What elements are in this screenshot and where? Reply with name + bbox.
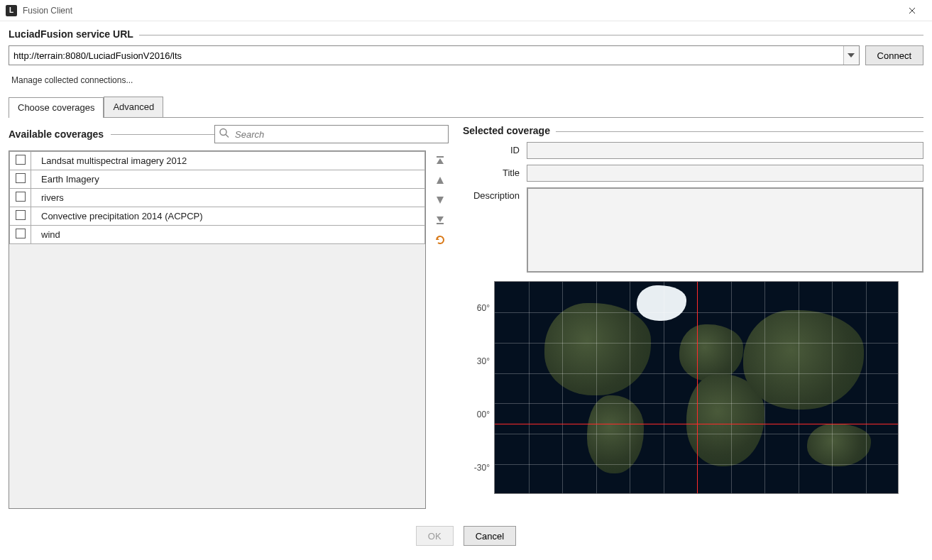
coverage-name[interactable]: Landsat multispectral imagery 2012: [31, 152, 425, 170]
service-url-group: LuciadFusion service URL Connect Manage …: [9, 28, 923, 92]
available-coverages-list[interactable]: Landsat multispectral imagery 2012Earth …: [9, 150, 426, 509]
coverage-name[interactable]: Convective precipitation 2014 (ACPCP): [31, 207, 425, 226]
reorder-controls: [432, 150, 449, 509]
tab-row: Choose coverages Advanced: [9, 97, 923, 118]
map-preview[interactable]: [494, 281, 899, 494]
coverage-row[interactable]: rivers: [10, 189, 425, 207]
coverage-row[interactable]: Convective precipitation 2014 (ACPCP): [10, 207, 425, 226]
window-title: Fusion Client: [23, 6, 898, 16]
coverage-checkbox-cell[interactable]: [10, 226, 31, 244]
service-url-input[interactable]: [9, 45, 860, 65]
selected-coverage-legend: Selected coverage: [463, 125, 556, 136]
coverage-checkbox[interactable]: [16, 155, 26, 165]
lat-label: 30°: [477, 356, 490, 366]
move-up-button[interactable]: [433, 173, 447, 187]
app-icon: L: [6, 5, 17, 16]
svg-point-0: [220, 129, 226, 136]
coverage-checkbox-cell[interactable]: [10, 189, 31, 207]
move-top-button[interactable]: [433, 153, 447, 168]
coverage-checkbox-cell[interactable]: [10, 207, 31, 226]
move-top-icon: [435, 155, 445, 165]
search-wrap: [214, 125, 449, 143]
window-close-button[interactable]: [898, 1, 926, 21]
ok-button: OK: [416, 526, 454, 546]
move-bottom-button[interactable]: [433, 213, 447, 227]
search-input[interactable]: [214, 125, 449, 143]
chevron-down-icon: [848, 53, 855, 57]
tab-choose-coverages[interactable]: Choose coverages: [9, 97, 104, 118]
selected-description-field: [527, 187, 923, 273]
coverage-checkbox[interactable]: [16, 210, 26, 220]
available-coverages-legend: Available coverages: [9, 128, 111, 140]
lat-label: 00°: [477, 410, 490, 419]
coverage-checkbox-cell[interactable]: [10, 152, 31, 170]
coverage-name[interactable]: wind: [31, 226, 425, 244]
coverage-checkbox[interactable]: [16, 173, 26, 183]
svg-line-1: [226, 135, 229, 138]
selected-coverage-form: ID Title Description: [463, 142, 923, 273]
coverage-row[interactable]: wind: [10, 226, 425, 244]
close-icon: [909, 7, 916, 14]
refresh-icon: [434, 234, 446, 246]
selected-title-field: [527, 165, 923, 182]
dialog-footer: OK Cancel: [0, 516, 932, 556]
cancel-button[interactable]: Cancel: [464, 526, 516, 546]
move-down-icon: [435, 195, 445, 205]
manage-connections-link[interactable]: Manage collected connections...: [11, 75, 133, 85]
svg-rect-3: [437, 223, 444, 224]
service-url-combo[interactable]: [9, 45, 860, 65]
coverage-checkbox[interactable]: [16, 192, 26, 202]
move-up-icon: [435, 175, 445, 185]
selected-id-field: [527, 142, 923, 159]
coverage-row[interactable]: Earth Imagery: [10, 170, 425, 189]
search-icon: [219, 128, 230, 141]
move-bottom-icon: [435, 215, 445, 225]
service-url-legend: LuciadFusion service URL: [9, 28, 139, 40]
coverage-row[interactable]: Landsat multispectral imagery 2012: [10, 152, 425, 170]
lat-labels: 60° 30° 00° -30°: [463, 281, 494, 494]
tab-advanced[interactable]: Advanced: [104, 97, 163, 117]
coverage-checkbox[interactable]: [16, 229, 26, 238]
move-down-button[interactable]: [433, 193, 447, 207]
id-label: ID: [463, 142, 520, 155]
window-titlebar: L Fusion Client: [0, 0, 932, 21]
lat-label: -30°: [474, 463, 490, 473]
service-url-dropdown-button[interactable]: [843, 46, 859, 65]
lat-label: 60°: [477, 303, 490, 313]
description-label: Description: [463, 187, 520, 201]
coverage-name[interactable]: Earth Imagery: [31, 170, 425, 189]
coverage-name[interactable]: rivers: [31, 189, 425, 207]
map-preview-area: 60° 30° 00° -30°: [463, 281, 923, 494]
svg-rect-2: [437, 156, 444, 158]
connect-button[interactable]: Connect: [865, 45, 923, 65]
refresh-button[interactable]: [433, 233, 447, 247]
coverage-checkbox-cell[interactable]: [10, 170, 31, 189]
title-label: Title: [463, 165, 520, 178]
